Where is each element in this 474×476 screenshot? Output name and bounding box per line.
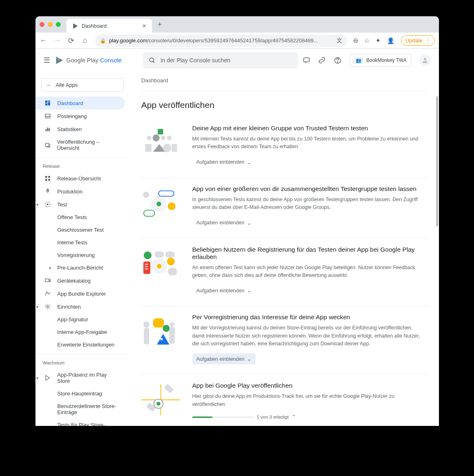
home-button[interactable]: ⌂ <box>81 36 89 45</box>
search-placeholder: In der Play Console suchen <box>161 57 230 64</box>
sidebar-item-prelaunch[interactable]: ▸Pre-Launch-Bericht <box>35 261 125 274</box>
svg-rect-47 <box>143 261 150 274</box>
dashboard-icon <box>44 100 52 106</box>
browser-toolbar: ← → ⟳ ⌂ 🔒 play.google.com/console/u/0/de… <box>35 33 439 49</box>
show-tasks-toggle[interactable]: Aufgaben einblenden⌄ <box>192 217 256 228</box>
app-chip-icon: 👥 <box>354 57 363 64</box>
sidebar-item-custom-listings[interactable]: Benutzerdefinierte Store-Einträge <box>35 400 125 419</box>
update-button[interactable]: Update ⋮ <box>401 35 435 46</box>
translate-icon[interactable]: 文 <box>337 37 342 44</box>
menu-button[interactable]: ☰ <box>44 56 50 65</box>
sidebar-item-open-tests[interactable]: Offene Tests <box>35 211 125 224</box>
svg-rect-19 <box>48 176 50 178</box>
sidebar-item-setup[interactable]: ▾ Einrichten <box>35 300 125 313</box>
chevron-down-icon: ⌄ <box>247 356 251 362</box>
close-tab-icon[interactable]: × <box>142 22 146 30</box>
chevron-down-icon: ⌄ <box>247 287 251 294</box>
back-button[interactable]: ← <box>40 36 48 45</box>
sidebar-item-release-overview[interactable]: Release-Übersicht <box>35 172 125 185</box>
card-description: Hier gibst du deine App im Produktions-T… <box>192 393 427 408</box>
sidebar-item-publishing[interactable]: Veröffentlichung – Übersicht <box>35 136 125 154</box>
maximize-window-button[interactable] <box>56 22 61 27</box>
svg-point-53 <box>167 257 174 265</box>
svg-rect-16 <box>49 128 50 131</box>
help-icon[interactable] <box>334 57 342 64</box>
scrollbar[interactable] <box>436 96 438 226</box>
svg-rect-48 <box>145 264 148 265</box>
chevron-right-icon: ▸ <box>49 265 51 270</box>
play-console-favicon <box>72 23 79 29</box>
svg-line-4 <box>153 61 154 63</box>
sidebar-item-production[interactable]: Produktion <box>35 185 125 198</box>
minimize-window-button[interactable] <box>48 22 53 27</box>
sidebar-item-inbox[interactable]: Posteingang <box>35 110 125 123</box>
show-tasks-toggle[interactable]: Aufgaben einblenden⌄ <box>192 285 256 296</box>
svg-rect-25 <box>45 279 49 282</box>
sidebar-item-internal-sharing[interactable]: Interne App-Freigabe <box>35 326 125 338</box>
svg-point-52 <box>157 264 161 268</box>
sidebar-item-store-presence[interactable]: ▾ App-Präsenz im Play Store <box>35 369 125 387</box>
sidebar-item-device-catalog[interactable]: Gerätekatalog <box>35 274 125 287</box>
close-window-button[interactable] <box>40 22 44 27</box>
sidebar-section-release: Release <box>35 158 129 172</box>
all-apps-button[interactable]: ← Alle Apps <box>41 78 123 92</box>
sidebar-item-app-signing[interactable]: App-Signatur <box>35 313 125 326</box>
reload-button[interactable]: ⟳ <box>67 36 75 45</box>
svg-rect-59 <box>169 327 174 344</box>
back-arrow-icon: ← <box>46 82 52 88</box>
card-illustration <box>141 127 180 156</box>
show-tasks-toggle[interactable]: Aufgaben einblenden⌄ <box>192 353 256 364</box>
svg-rect-11 <box>48 102 50 105</box>
overview-icon <box>44 175 52 182</box>
test-icon <box>44 201 52 208</box>
svg-rect-15 <box>47 127 48 131</box>
svg-point-27 <box>47 306 49 307</box>
svg-point-44 <box>143 251 151 259</box>
app-selector[interactable]: 👥 BookMonkey TWA <box>350 54 411 67</box>
task-card-closed-testing: App von einer größeren von dir zusammeng… <box>141 178 427 239</box>
extensions-icon[interactable]: ✦ <box>375 37 381 44</box>
new-tab-button[interactable]: + <box>156 19 164 31</box>
chevron-up-icon[interactable]: ⌃ <box>292 414 296 420</box>
sidebar-item-stats[interactable]: Statistiken <box>35 123 125 136</box>
sidebar-section-growth: Wachstum <box>35 354 129 369</box>
task-card-preregistration: Per Vorregistrierung das Interesse für d… <box>141 306 427 375</box>
chevron-down-icon: ⌄ <box>247 220 251 226</box>
sidebar-item-bundle-explorer[interactable]: App Bundle Explorer <box>35 287 125 300</box>
play-console-logo[interactable]: Google Play Console <box>55 56 122 65</box>
show-tasks-toggle[interactable]: Aufgaben einblenden⌄ <box>192 157 256 168</box>
sidebar: ← Alle Apps Dashboard Posteingang Statis… <box>35 72 129 426</box>
sidebar-item-preregistration[interactable]: Vorregistrierung <box>35 249 125 261</box>
search-input[interactable]: In der Play Console suchen <box>143 52 298 68</box>
address-bar[interactable]: 🔒 play.google.com/console/u/0/developers… <box>95 35 347 47</box>
browser-tab[interactable]: Dashboard × <box>66 19 152 33</box>
inbox-icon <box>44 113 52 119</box>
play-icon <box>44 375 52 381</box>
sidebar-item-internal-tests[interactable]: Interne Tests <box>35 236 125 249</box>
svg-point-33 <box>167 136 171 140</box>
svg-rect-18 <box>45 176 47 178</box>
sidebar-item-listing-tests[interactable]: Tests für Play Store-Einträge <box>35 419 125 426</box>
profile-avatar[interactable]: 👤 <box>386 36 395 45</box>
chevron-down-icon: ⌄ <box>247 159 251 165</box>
card-title: App von einer größeren von dir zusammeng… <box>192 185 427 193</box>
tab-title: Dashboard <box>82 23 107 29</box>
feedback-icon[interactable] <box>303 57 310 64</box>
sidebar-item-advanced-settings[interactable]: Erweiterte Einstellungen <box>35 338 125 351</box>
svg-point-30 <box>147 136 151 140</box>
account-button[interactable] <box>419 55 431 66</box>
svg-rect-43 <box>143 210 154 216</box>
svg-point-31 <box>152 134 159 141</box>
sidebar-item-closed-test[interactable]: Geschlossener Test <box>35 224 125 236</box>
sidebar-item-dashboard[interactable]: Dashboard <box>35 97 125 110</box>
link-icon[interactable] <box>318 57 326 64</box>
zoom-icon[interactable]: ⊖ <box>353 37 358 44</box>
svg-point-68 <box>157 402 161 406</box>
more-icon: ⋮ <box>425 37 430 44</box>
page-title: App veröffentlichen <box>141 91 427 117</box>
sidebar-item-test[interactable]: ▾ Test <box>35 198 125 211</box>
star-icon[interactable]: ☆ <box>364 37 370 44</box>
sidebar-item-main-listing[interactable]: Store-Haupteintrag <box>35 387 125 400</box>
card-illustration <box>141 188 180 217</box>
forward-button[interactable]: → <box>53 36 62 45</box>
